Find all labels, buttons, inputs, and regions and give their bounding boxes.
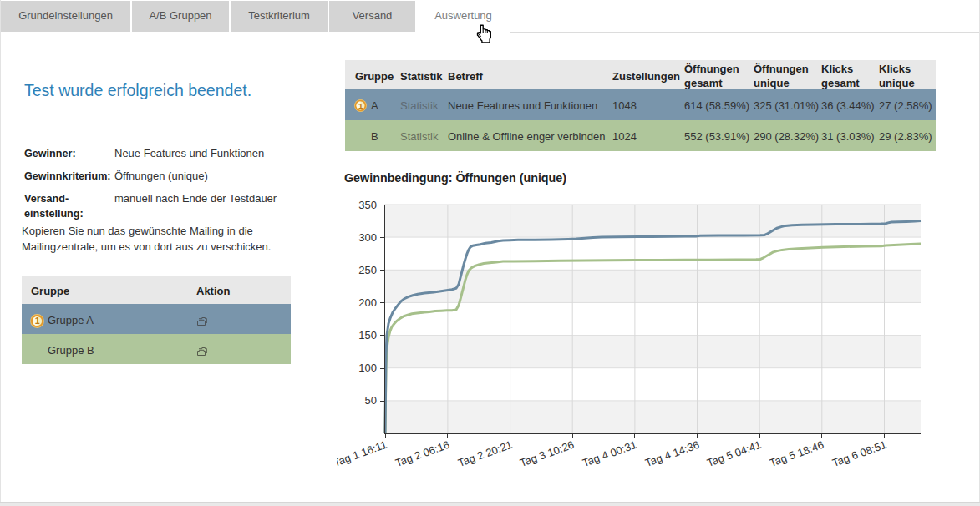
svg-text:300: 300 (358, 231, 377, 244)
svg-text:100: 100 (358, 362, 377, 374)
svg-text:Tag 5 04:41: Tag 5 04:41 (705, 438, 763, 469)
svg-text:Tag 2 06:16: Tag 2 06:16 (394, 438, 451, 469)
svg-text:50: 50 (365, 394, 377, 407)
svg-text:Tag 3 10:26: Tag 3 10:26 (518, 438, 576, 469)
svg-text:200: 200 (358, 296, 377, 309)
svg-text:Tag 5 18:46: Tag 5 18:46 (768, 438, 825, 469)
svg-text:350: 350 (358, 199, 377, 211)
svg-text:Tag 4 14:36: Tag 4 14:36 (643, 438, 701, 469)
svg-text:Tag 6 08:51: Tag 6 08:51 (830, 438, 888, 469)
svg-text:Tag 1 16:11: Tag 1 16:11 (337, 438, 388, 469)
svg-text:Tag 2 20:21: Tag 2 20:21 (456, 438, 514, 469)
svg-text:Tag 4 00:31: Tag 4 00:31 (581, 438, 638, 469)
svg-text:250: 250 (358, 264, 377, 276)
svg-text:1: 1 (358, 101, 363, 110)
svg-text:150: 150 (358, 329, 377, 342)
svg-text:1: 1 (34, 316, 39, 326)
